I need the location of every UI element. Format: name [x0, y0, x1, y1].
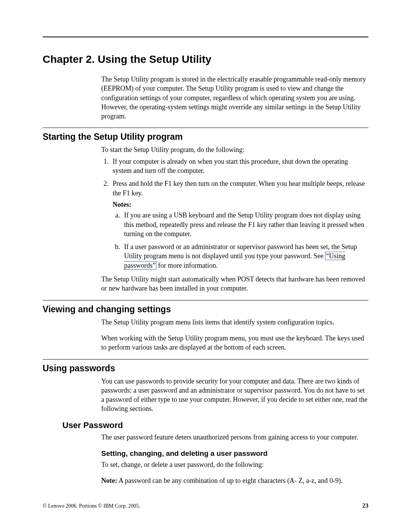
heading-starting: Starting the Setup Utility program	[43, 132, 368, 142]
paragraph: The Setup Utility program is stored in t…	[101, 75, 368, 121]
chapter-title: Chapter 2. Using the Setup Utility	[43, 53, 368, 66]
paragraph: You can use passwords to provide securit…	[101, 377, 368, 414]
footer: © Lenovo 2006. Portions © IBM Corp. 2005…	[43, 502, 368, 509]
section-rule	[43, 128, 368, 128]
copyright: © Lenovo 2006. Portions © IBM Corp. 2005…	[43, 503, 140, 509]
note-text-pre: If a user password or an administrator o…	[124, 243, 357, 260]
paragraph: The user password feature deters unautho…	[101, 433, 368, 442]
notes-list: If you are using a USB keyboard and the …	[113, 211, 368, 270]
list-item: If you are using a USB keyboard and the …	[122, 211, 368, 238]
heading-viewing: Viewing and changing settings	[43, 304, 368, 315]
notes-label: Notes:	[113, 200, 368, 209]
page: Chapter 2. Using the Setup Utility The S…	[0, 0, 411, 532]
user-password-body: The user password feature deters unautho…	[101, 433, 368, 486]
list-item: If a user password or an administrator o…	[122, 242, 368, 270]
note-text-post: for more information.	[156, 262, 218, 269]
heading-user-password: User Password	[62, 420, 368, 430]
top-rule	[43, 37, 368, 37]
note-text: A password can be any combination of up …	[117, 477, 342, 484]
page-number: 23	[362, 502, 368, 509]
section-rule	[43, 300, 368, 300]
paragraph: To start the Setup Utility program, do t…	[101, 145, 368, 154]
section-view-body: The Setup Utility program menu lists ite…	[101, 318, 368, 352]
note-paragraph: Note: A password can be any combination …	[101, 476, 368, 485]
list-item: If your computer is already on when you …	[110, 157, 368, 176]
section-rule	[43, 359, 368, 359]
list-item-text: Press and hold the F1 key then turn on t…	[113, 180, 365, 197]
paragraph: The Setup Utility might start automatica…	[101, 275, 368, 293]
ordered-list: If your computer is already on when you …	[101, 157, 368, 270]
chapter-intro: The Setup Utility program is stored in t…	[101, 75, 368, 121]
paragraph: To set, change, or delete a user passwor…	[101, 460, 368, 469]
heading-passwords: Using passwords	[43, 363, 368, 374]
paragraph: The Setup Utility program menu lists ite…	[101, 318, 368, 327]
section-pw-body: You can use passwords to provide securit…	[101, 377, 368, 414]
list-item: Press and hold the F1 key then turn on t…	[110, 179, 368, 270]
section-start-body: To start the Setup Utility program, do t…	[101, 145, 368, 293]
paragraph: When working with the Setup Utility prog…	[101, 334, 368, 352]
heading-setting-user-password: Setting, changing, and deleting a user p…	[101, 449, 368, 459]
note-label: Note:	[101, 477, 117, 484]
